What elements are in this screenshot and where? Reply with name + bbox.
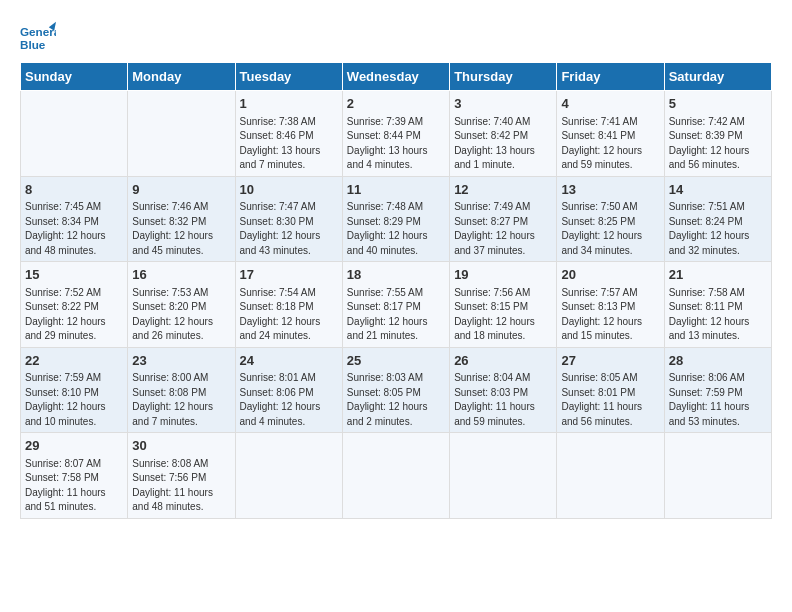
day-cell-8: 8Sunrise: 7:45 AMSunset: 8:34 PMDaylight…: [21, 176, 128, 262]
day-cell-26: 26Sunrise: 8:04 AMSunset: 8:03 PMDayligh…: [450, 347, 557, 433]
day-cell-27: 27Sunrise: 8:05 AMSunset: 8:01 PMDayligh…: [557, 347, 664, 433]
day-number: 1: [240, 95, 338, 113]
cell-text: Sunrise: 7:46 AMSunset: 8:32 PMDaylight:…: [132, 201, 213, 256]
day-number: 29: [25, 437, 123, 455]
day-cell-30: 30Sunrise: 8:08 AMSunset: 7:56 PMDayligh…: [128, 433, 235, 519]
logo: General Blue: [20, 20, 60, 56]
day-number: 23: [132, 352, 230, 370]
day-number: 21: [669, 266, 767, 284]
cell-text: Sunrise: 7:47 AMSunset: 8:30 PMDaylight:…: [240, 201, 321, 256]
empty-cell: [557, 433, 664, 519]
day-cell-16: 16Sunrise: 7:53 AMSunset: 8:20 PMDayligh…: [128, 262, 235, 348]
cell-text: Sunrise: 7:39 AMSunset: 8:44 PMDaylight:…: [347, 116, 428, 171]
day-number: 4: [561, 95, 659, 113]
empty-cell: [342, 433, 449, 519]
day-number: 13: [561, 181, 659, 199]
cell-text: Sunrise: 8:08 AMSunset: 7:56 PMDaylight:…: [132, 458, 213, 513]
header-cell-saturday: Saturday: [664, 63, 771, 91]
day-cell-22: 22Sunrise: 7:59 AMSunset: 8:10 PMDayligh…: [21, 347, 128, 433]
cell-text: Sunrise: 8:04 AMSunset: 8:03 PMDaylight:…: [454, 372, 535, 427]
day-cell-11: 11Sunrise: 7:48 AMSunset: 8:29 PMDayligh…: [342, 176, 449, 262]
day-cell-29: 29Sunrise: 8:07 AMSunset: 7:58 PMDayligh…: [21, 433, 128, 519]
empty-cell: [664, 433, 771, 519]
day-cell-21: 21Sunrise: 7:58 AMSunset: 8:11 PMDayligh…: [664, 262, 771, 348]
cell-text: Sunrise: 8:03 AMSunset: 8:05 PMDaylight:…: [347, 372, 428, 427]
day-number: 3: [454, 95, 552, 113]
cell-text: Sunrise: 8:01 AMSunset: 8:06 PMDaylight:…: [240, 372, 321, 427]
day-cell-12: 12Sunrise: 7:49 AMSunset: 8:27 PMDayligh…: [450, 176, 557, 262]
header-cell-friday: Friday: [557, 63, 664, 91]
week-row-1: 1Sunrise: 7:38 AMSunset: 8:46 PMDaylight…: [21, 91, 772, 177]
cell-text: Sunrise: 7:58 AMSunset: 8:11 PMDaylight:…: [669, 287, 750, 342]
day-number: 15: [25, 266, 123, 284]
day-number: 12: [454, 181, 552, 199]
week-row-5: 29Sunrise: 8:07 AMSunset: 7:58 PMDayligh…: [21, 433, 772, 519]
cell-text: Sunrise: 7:55 AMSunset: 8:17 PMDaylight:…: [347, 287, 428, 342]
cell-text: Sunrise: 7:49 AMSunset: 8:27 PMDaylight:…: [454, 201, 535, 256]
day-cell-23: 23Sunrise: 8:00 AMSunset: 8:08 PMDayligh…: [128, 347, 235, 433]
week-row-2: 8Sunrise: 7:45 AMSunset: 8:34 PMDaylight…: [21, 176, 772, 262]
cell-text: Sunrise: 7:40 AMSunset: 8:42 PMDaylight:…: [454, 116, 535, 171]
logo-icon: General Blue: [20, 20, 56, 56]
day-number: 26: [454, 352, 552, 370]
day-number: 28: [669, 352, 767, 370]
day-number: 11: [347, 181, 445, 199]
empty-cell: [235, 433, 342, 519]
cell-text: Sunrise: 7:38 AMSunset: 8:46 PMDaylight:…: [240, 116, 321, 171]
day-number: 17: [240, 266, 338, 284]
cell-text: Sunrise: 7:59 AMSunset: 8:10 PMDaylight:…: [25, 372, 106, 427]
cell-text: Sunrise: 7:53 AMSunset: 8:20 PMDaylight:…: [132, 287, 213, 342]
calendar-table: SundayMondayTuesdayWednesdayThursdayFrid…: [20, 62, 772, 519]
svg-text:Blue: Blue: [20, 38, 46, 51]
day-cell-24: 24Sunrise: 8:01 AMSunset: 8:06 PMDayligh…: [235, 347, 342, 433]
day-number: 9: [132, 181, 230, 199]
day-cell-20: 20Sunrise: 7:57 AMSunset: 8:13 PMDayligh…: [557, 262, 664, 348]
day-number: 25: [347, 352, 445, 370]
cell-text: Sunrise: 7:41 AMSunset: 8:41 PMDaylight:…: [561, 116, 642, 171]
day-number: 8: [25, 181, 123, 199]
day-number: 30: [132, 437, 230, 455]
day-cell-1: 1Sunrise: 7:38 AMSunset: 8:46 PMDaylight…: [235, 91, 342, 177]
day-cell-18: 18Sunrise: 7:55 AMSunset: 8:17 PMDayligh…: [342, 262, 449, 348]
day-cell-9: 9Sunrise: 7:46 AMSunset: 8:32 PMDaylight…: [128, 176, 235, 262]
day-cell-2: 2Sunrise: 7:39 AMSunset: 8:44 PMDaylight…: [342, 91, 449, 177]
day-number: 10: [240, 181, 338, 199]
day-cell-14: 14Sunrise: 7:51 AMSunset: 8:24 PMDayligh…: [664, 176, 771, 262]
day-number: 19: [454, 266, 552, 284]
header-row: SundayMondayTuesdayWednesdayThursdayFrid…: [21, 63, 772, 91]
header-cell-sunday: Sunday: [21, 63, 128, 91]
cell-text: Sunrise: 7:57 AMSunset: 8:13 PMDaylight:…: [561, 287, 642, 342]
day-number: 20: [561, 266, 659, 284]
day-number: 5: [669, 95, 767, 113]
cell-text: Sunrise: 8:07 AMSunset: 7:58 PMDaylight:…: [25, 458, 106, 513]
cell-text: Sunrise: 8:06 AMSunset: 7:59 PMDaylight:…: [669, 372, 750, 427]
day-number: 22: [25, 352, 123, 370]
cell-text: Sunrise: 7:45 AMSunset: 8:34 PMDaylight:…: [25, 201, 106, 256]
day-number: 2: [347, 95, 445, 113]
day-cell-10: 10Sunrise: 7:47 AMSunset: 8:30 PMDayligh…: [235, 176, 342, 262]
week-row-4: 22Sunrise: 7:59 AMSunset: 8:10 PMDayligh…: [21, 347, 772, 433]
cell-text: Sunrise: 7:48 AMSunset: 8:29 PMDaylight:…: [347, 201, 428, 256]
day-cell-25: 25Sunrise: 8:03 AMSunset: 8:05 PMDayligh…: [342, 347, 449, 433]
day-cell-17: 17Sunrise: 7:54 AMSunset: 8:18 PMDayligh…: [235, 262, 342, 348]
week-row-3: 15Sunrise: 7:52 AMSunset: 8:22 PMDayligh…: [21, 262, 772, 348]
day-number: 16: [132, 266, 230, 284]
day-cell-13: 13Sunrise: 7:50 AMSunset: 8:25 PMDayligh…: [557, 176, 664, 262]
day-cell-15: 15Sunrise: 7:52 AMSunset: 8:22 PMDayligh…: [21, 262, 128, 348]
day-cell-19: 19Sunrise: 7:56 AMSunset: 8:15 PMDayligh…: [450, 262, 557, 348]
day-number: 14: [669, 181, 767, 199]
cell-text: Sunrise: 7:56 AMSunset: 8:15 PMDaylight:…: [454, 287, 535, 342]
header-cell-monday: Monday: [128, 63, 235, 91]
header-cell-wednesday: Wednesday: [342, 63, 449, 91]
cell-text: Sunrise: 7:52 AMSunset: 8:22 PMDaylight:…: [25, 287, 106, 342]
day-number: 24: [240, 352, 338, 370]
empty-cell: [450, 433, 557, 519]
header: General Blue: [20, 20, 772, 56]
empty-cell: [128, 91, 235, 177]
day-cell-5: 5Sunrise: 7:42 AMSunset: 8:39 PMDaylight…: [664, 91, 771, 177]
cell-text: Sunrise: 8:05 AMSunset: 8:01 PMDaylight:…: [561, 372, 642, 427]
cell-text: Sunrise: 7:54 AMSunset: 8:18 PMDaylight:…: [240, 287, 321, 342]
cell-text: Sunrise: 7:51 AMSunset: 8:24 PMDaylight:…: [669, 201, 750, 256]
header-cell-tuesday: Tuesday: [235, 63, 342, 91]
header-cell-thursday: Thursday: [450, 63, 557, 91]
